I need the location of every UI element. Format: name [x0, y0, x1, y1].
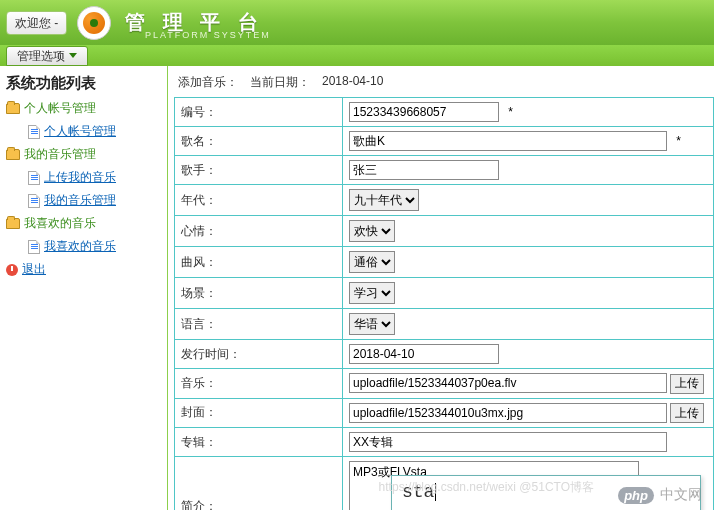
upload-cover-button[interactable]: 上传 [670, 403, 704, 423]
folder-icon [6, 149, 20, 160]
mood-select[interactable]: 欢快 [349, 220, 395, 242]
required-mark: * [508, 105, 513, 119]
field-label-mood: 心情： [175, 216, 343, 247]
sidebar-cat-account[interactable]: 个人帐号管理 [6, 97, 167, 120]
app-logo-icon [77, 6, 111, 40]
sidebar-item-label[interactable]: 上传我的音乐 [44, 169, 116, 186]
power-icon [6, 264, 18, 276]
field-label-lang: 语言： [175, 309, 343, 340]
mgmt-options-button[interactable]: 管理选项 [6, 46, 88, 66]
page-icon [28, 171, 40, 185]
sidebar-cat-fav-music[interactable]: 我喜欢的音乐 [6, 212, 167, 235]
app-subtitle: PLATFORM SYSYTEM [145, 30, 271, 40]
main-area: 系统功能列表 个人帐号管理 个人帐号管理 我的音乐管理 上传我的音乐 我的音乐管… [0, 66, 714, 510]
upload-music-button[interactable]: 上传 [670, 374, 704, 394]
field-label-album: 专辑： [175, 428, 343, 457]
page-icon [28, 125, 40, 139]
sidebar-cat-label: 我的音乐管理 [24, 146, 96, 163]
content-heading-row: 添加音乐： 当前日期： 2018-04-10 [174, 72, 714, 97]
cover-file-input[interactable] [349, 403, 667, 423]
add-music-label: 添加音乐： [178, 74, 238, 91]
sidebar-item-label[interactable]: 个人帐号管理 [44, 123, 116, 140]
page-icon [28, 194, 40, 208]
required-mark: * [676, 134, 681, 148]
field-label-pubdate: 发行时间： [175, 340, 343, 369]
sidebar-item-label[interactable]: 退出 [22, 261, 46, 278]
era-select[interactable]: 九十年代 [349, 189, 419, 211]
lang-select[interactable]: 华语 [349, 313, 395, 335]
content-area: 添加音乐： 当前日期： 2018-04-10 编号： * 歌名： * 歌手： [168, 66, 714, 510]
music-form-table: 编号： * 歌名： * 歌手： 年代： 九十年代 [174, 97, 714, 510]
app-header: 欢迎您 - 管 理 平 台 PLATFORM SYSYTEM [0, 0, 714, 45]
sidebar-item-manage-music[interactable]: 我的音乐管理 [6, 189, 167, 212]
scene-select[interactable]: 学习 [349, 282, 395, 304]
field-label-id: 编号： [175, 98, 343, 127]
singer-input[interactable] [349, 160, 499, 180]
current-date-value: 2018-04-10 [322, 74, 383, 91]
field-label-name: 歌名： [175, 127, 343, 156]
sidebar-cat-label: 我喜欢的音乐 [24, 215, 96, 232]
field-label-era: 年代： [175, 185, 343, 216]
current-date-label: 当前日期： [250, 74, 310, 91]
ime-cursor-icon [435, 483, 436, 501]
field-label-style: 曲风： [175, 247, 343, 278]
song-name-input[interactable] [349, 131, 667, 151]
ime-typed-text: sta [402, 482, 434, 502]
id-input[interactable] [349, 102, 499, 122]
style-select[interactable]: 通俗 [349, 251, 395, 273]
sidebar-item-label[interactable]: 我的音乐管理 [44, 192, 116, 209]
sidebar-item-upload-music[interactable]: 上传我的音乐 [6, 166, 167, 189]
field-label-cover-file: 封面： [175, 398, 343, 428]
page-icon [28, 240, 40, 254]
mgmt-options-label: 管理选项 [17, 47, 65, 65]
folder-icon [6, 218, 20, 229]
sidebar: 系统功能列表 个人帐号管理 个人帐号管理 我的音乐管理 上传我的音乐 我的音乐管… [0, 66, 168, 510]
folder-icon [6, 103, 20, 114]
sidebar-item-fav-music[interactable]: 我喜欢的音乐 [6, 235, 167, 258]
sidebar-item-account-mgmt[interactable]: 个人帐号管理 [6, 120, 167, 143]
chevron-down-icon [69, 53, 77, 58]
sidebar-item-exit[interactable]: 退出 [6, 258, 167, 281]
field-label-intro: 简介： [175, 457, 343, 511]
ime-candidate-popup: sta 1.桃 2.格式a 3.梅花w 4.酸甜苦辣u [391, 475, 701, 510]
field-label-scene: 场景： [175, 278, 343, 309]
field-label-music-file: 音乐： [175, 369, 343, 399]
music-file-input[interactable] [349, 373, 667, 393]
sub-header-bar: 管理选项 [0, 45, 714, 66]
sidebar-cat-my-music[interactable]: 我的音乐管理 [6, 143, 167, 166]
sidebar-cat-label: 个人帐号管理 [24, 100, 96, 117]
pubdate-input[interactable] [349, 344, 499, 364]
album-input[interactable] [349, 432, 667, 452]
sidebar-item-label[interactable]: 我喜欢的音乐 [44, 238, 116, 255]
field-label-singer: 歌手： [175, 156, 343, 185]
welcome-chip: 欢迎您 - [6, 11, 67, 35]
sidebar-title: 系统功能列表 [0, 70, 167, 97]
